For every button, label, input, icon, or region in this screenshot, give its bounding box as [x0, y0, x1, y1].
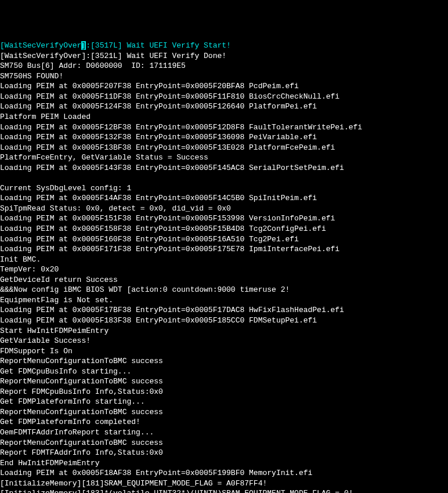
terminal-text: Init BMC. — [0, 255, 41, 264]
terminal-line: FDMSupport Is On — [0, 346, 448, 357]
terminal-line: Platform PEIM Loaded — [0, 112, 448, 122]
terminal-text: Loading PEIM at 0x0005F151F38 EntryPoint… — [0, 214, 335, 223]
terminal-line: Loading PEIM at 0x0005F183F38 EntryPoint… — [0, 316, 448, 326]
terminal-line: Current SysDbgLevel config: 1 — [0, 183, 448, 194]
terminal-line: Init BMC. — [0, 255, 448, 265]
terminal-line: [WaitSecVerifyOver]:[3517L] Wait UEFI Ve… — [0, 41, 448, 51]
terminal-text: GetDeviceId return Success — [0, 276, 118, 284]
terminal-text: Loading PEIM at 0x0005F124F38 EntryPoint… — [0, 102, 317, 111]
terminal-line: Loading PEIM at 0x0005F151F38 EntryPoint… — [0, 213, 448, 224]
terminal-text: [WaitSecVerifyOver — [0, 41, 81, 50]
terminal-line: GetVariable Success! — [0, 336, 448, 346]
terminal-text: Loading PEIM at 0x0005F17BF38 EntryPoint… — [0, 306, 344, 314]
terminal-line: Loading PEIM at 0x0005F13BF38 EntryPoint… — [0, 143, 448, 153]
terminal-text: [InitializeMemory][181]SRAM_EQUIPMENT_MO… — [0, 479, 267, 488]
terminal-text — [0, 173, 5, 182]
terminal-text: OemFDMTFAddrInfoReport starting... — [0, 428, 154, 437]
terminal-line: ReportMenuConfigurationToBMC success — [0, 438, 448, 448]
terminal-line: Get FDMCpuBusInfo starting... — [0, 367, 448, 377]
terminal-line: OemFDMTFAddrInfoReport starting... — [0, 427, 448, 438]
terminal-line: Loading PEIM at 0x0005F14AF38 EntryPoint… — [0, 193, 448, 204]
terminal-text: Loading PEIM at 0x0005F14AF38 EntryPoint… — [0, 194, 317, 202]
terminal-text: FDMSupport Is On — [0, 347, 73, 356]
terminal-text: Loading PEIM at 0x0005F207F38 EntryPoint… — [0, 82, 299, 90]
terminal-text: Get FDMPlateformInfo starting... — [0, 397, 145, 406]
terminal-line: Loading PEIM at 0x0005F11DF38 EntryPoint… — [0, 92, 448, 102]
terminal-line: Loading PEIM at 0x0005F132F38 EntryPoint… — [0, 132, 448, 143]
terminal-output: [WaitSecVerifyOver]:[3517L] Wait UEFI Ve… — [0, 41, 448, 493]
terminal-text: Loading PEIM at 0x0005F171F38 EntryPoint… — [0, 245, 339, 253]
terminal-line: Loading PEIM at 0x0005F124F38 EntryPoint… — [0, 102, 448, 112]
terminal-line: Loading PEIM at 0x0005F143F38 EntryPoint… — [0, 163, 448, 173]
terminal-line: Loading PEIM at 0x0005F17BF38 EntryPoint… — [0, 305, 448, 316]
terminal-text: EquipmentFlag is Not set. — [0, 296, 113, 304]
terminal-text: SM750HS FOUND! — [0, 72, 63, 81]
terminal-line: ReportMenuConfigurationToBMC success — [0, 376, 448, 387]
terminal-text: ReportMenuConfigurationToBMC success — [0, 377, 163, 386]
terminal-text: Get FDMPlateformInfo completed! — [0, 418, 140, 426]
terminal-line: &&&Now config iBMC BIOS WDT [action:0 co… — [0, 285, 448, 295]
terminal-text: Loading PEIM at 0x0005F12BF38 EntryPoint… — [0, 123, 362, 132]
terminal-line: Loading PEIM at 0x0005F18AF38 EntryPoint… — [0, 468, 448, 478]
terminal-line: [InitializeMemory][183]*(volatile UINT32… — [0, 488, 448, 493]
terminal-text: Loading PEIM at 0x0005F158F38 EntryPoint… — [0, 224, 326, 233]
terminal-text: [WaitSecVerifyOver]:[3521L] Wait UEFI Ve… — [0, 52, 226, 60]
terminal-line: ReportMenuConfigurationToBMC success — [0, 356, 448, 367]
terminal-text: End HwInitFDMPeimEntry — [0, 459, 100, 467]
terminal-line: [InitializeMemory][181]SRAM_EQUIPMENT_MO… — [0, 478, 448, 489]
terminal-text: ReportMenuConfigurationToBMC success — [0, 438, 163, 447]
terminal-line: Get FDMPlateformInfo completed! — [0, 417, 448, 427]
terminal-line: SM750 Bus[6] Addr: D0600000 ID: 171119E5 — [0, 61, 448, 71]
terminal-text: :[3517L] Wait UEFI Verify Start! — [86, 41, 231, 50]
terminal-text: Loading PEIM at 0x0005F143F38 EntryPoint… — [0, 164, 344, 172]
terminal-text: Loading PEIM at 0x0005F11DF38 EntryPoint… — [0, 92, 339, 101]
terminal-line: End HwInitFDMPeimEntry — [0, 458, 448, 469]
terminal-text: &&&Now config iBMC BIOS WDT [action:0 co… — [0, 285, 290, 294]
terminal-text: [InitializeMemory][183]*(volatile UINT32… — [0, 489, 353, 493]
terminal-line: Report FDMTFAddrInfo Info,Status:0x0 — [0, 448, 448, 458]
terminal-text: Loading PEIM at 0x0005F160F38 EntryPoint… — [0, 235, 299, 244]
terminal-text: Current SysDbgLevel config: 1 — [0, 184, 131, 193]
terminal-text: PlatformFceEntry, GetVariable Status = S… — [0, 153, 208, 162]
terminal-text: Loading PEIM at 0x0005F13BF38 EntryPoint… — [0, 143, 335, 152]
terminal-line: GetDeviceId return Success — [0, 275, 448, 285]
terminal-line: Loading PEIM at 0x0005F12BF38 EntryPoint… — [0, 122, 448, 133]
terminal-line: ReportMenuConfigurationToBMC success — [0, 407, 448, 418]
terminal-line: EquipmentFlag is Not set. — [0, 295, 448, 306]
terminal-line: Loading PEIM at 0x0005F160F38 EntryPoint… — [0, 234, 448, 245]
terminal-text: Loading PEIM at 0x0005F132F38 EntryPoint… — [0, 133, 317, 142]
terminal-text: Loading PEIM at 0x0005F18AF38 EntryPoint… — [0, 469, 312, 477]
terminal-text: GetVariable Success! — [0, 336, 91, 345]
terminal-line: Loading PEIM at 0x0005F207F38 EntryPoint… — [0, 81, 448, 92]
terminal-text: Get FDMCpuBusInfo starting... — [0, 367, 131, 376]
terminal-line: Get FDMPlateformInfo starting... — [0, 397, 448, 407]
terminal-line: Loading PEIM at 0x0005F171F38 EntryPoint… — [0, 244, 448, 255]
terminal-text: SpiTpmRead Status: 0x0, detect = 0x0, di… — [0, 204, 231, 213]
terminal-line: PlatformFceEntry, GetVariable Status = S… — [0, 153, 448, 163]
terminal-text: ReportMenuConfigurationToBMC success — [0, 408, 163, 416]
terminal-text: Platform PEIM Loaded — [0, 113, 91, 121]
terminal-text: SM750 Bus[6] Addr: D0600000 ID: 171119E5 — [0, 61, 186, 70]
terminal-text: TempVer: 0x20 — [0, 265, 59, 274]
terminal-line: Loading PEIM at 0x0005F158F38 EntryPoint… — [0, 224, 448, 234]
terminal-line: Report FDMCpuBusInfo Info,Status:0x0 — [0, 387, 448, 397]
terminal-text: ReportMenuConfigurationToBMC success — [0, 357, 163, 365]
terminal-line: TempVer: 0x20 — [0, 264, 448, 275]
terminal-line — [0, 173, 448, 183]
terminal-text: Report FDMCpuBusInfo Info,Status:0x0 — [0, 387, 163, 396]
terminal-text: Start HwInitFDMPeimEntry — [0, 327, 109, 335]
terminal-text: Report FDMTFAddrInfo Info,Status:0x0 — [0, 448, 163, 457]
terminal-line: Start HwInitFDMPeimEntry — [0, 326, 448, 336]
terminal-line: [WaitSecVerifyOver]:[3521L] Wait UEFI Ve… — [0, 51, 448, 61]
terminal-line: SM750HS FOUND! — [0, 71, 448, 82]
terminal-line: SpiTpmRead Status: 0x0, detect = 0x0, di… — [0, 204, 448, 214]
terminal-text: Loading PEIM at 0x0005F183F38 EntryPoint… — [0, 316, 317, 325]
